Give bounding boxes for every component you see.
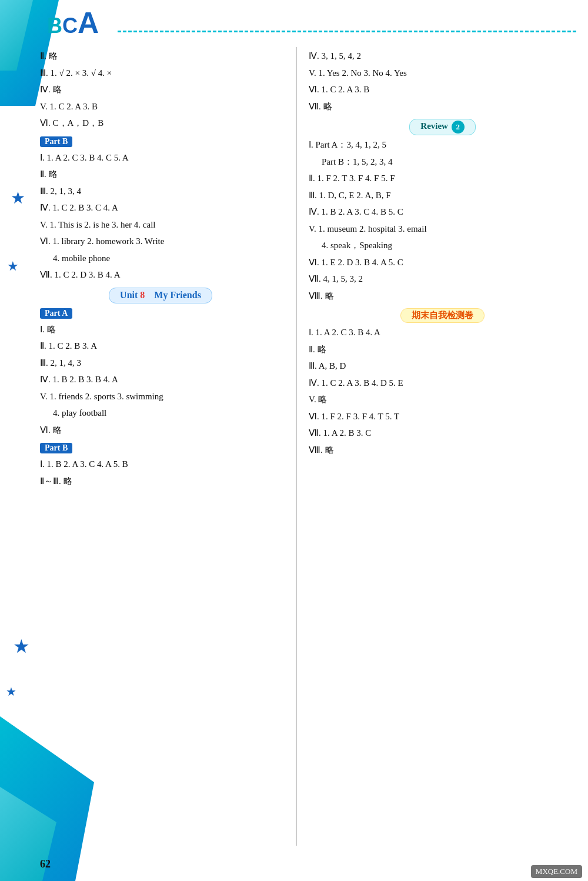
u8-pb-i: Ⅰ. 1. B 2. A 3. C 4. A 5. B [40,457,281,472]
review2-header: Review 2 [309,119,576,135]
q-iv: Ⅳ. 1. C 2. A 3. B 4. D 5. E [309,376,576,391]
unit8-header-text: Unit 8 My Friends [109,288,212,303]
r2-v-2: 4. speak，Speaking [322,238,576,253]
r2-i-1: Ⅰ. Part A：3, 4, 1, 2, 5 [309,138,576,153]
u8-i: Ⅰ. 略 [40,322,281,338]
q-vii: Ⅶ. 1. A 2. B 3. C [309,426,576,441]
u8-partb-header: Part B [40,443,72,453]
logo-a: A [78,6,99,39]
column-divider [296,47,297,846]
q-ii: Ⅱ. 略 [309,342,576,358]
partb-iv: Ⅳ. 1. C 2. B 3. C 4. A [40,201,281,216]
q-v: V. 略 [309,392,576,408]
u8-v: V. 1. friends 2. sports 3. swimming [40,389,281,405]
q-i: Ⅰ. 1. A 2. C 3. B 4. A [309,325,576,341]
right-section-vi: Ⅵ. 1. C 2. A 3. B [309,82,576,98]
right-section-v: V. 1. Yes 2. No 3. No 4. Yes [309,66,576,81]
qimo-header: 期末自我检测卷 [309,308,576,323]
star-icon-3: ★ [13,635,30,658]
left-column: Ⅱ. 略 Ⅲ. 1. √ 2. × 3. √ 4. × Ⅳ. 略 V. 1. C… [40,47,287,846]
logo-b: B [47,14,62,38]
unit8-title: My Friends [145,290,201,300]
star-icon-4: ★ [6,685,16,699]
r2-iii: Ⅲ. 1. D, C, E 2. A, B, F [309,188,576,203]
right-section-iv: Ⅳ. 3, 1, 5, 4, 2 [309,49,576,64]
bca-logo: BCA [47,6,99,40]
r2-ii: Ⅱ. 1. F 2. T 3. F 4. F 5. F [309,171,576,186]
left-section-iv: Ⅳ. 略 [40,82,281,98]
star-icon-1: ★ [11,188,25,208]
u8-pb-ii: Ⅱ～Ⅲ. 略 [40,474,281,489]
r2-vi: Ⅵ. 1. E 2. D 3. B 4. A 5. C [309,255,576,271]
r2-i-2: Part B：1, 5, 2, 3, 4 [322,155,576,170]
partb-vii: Ⅶ. 1. C 2. D 3. B 4. A [40,268,281,283]
u8-iii: Ⅲ. 2, 1, 4, 3 [40,356,281,371]
u8-iv: Ⅳ. 1. B 2. B 3. B 4. A [40,372,281,388]
unit8-header: Unit 8 My Friends [40,288,281,303]
logo-c: C [62,14,78,38]
u8-vi: Ⅵ. 略 [40,423,281,438]
right-column: Ⅳ. 3, 1, 5, 4, 2 V. 1. Yes 2. No 3. No 4… [306,47,576,846]
partb-iii: Ⅲ. 2, 1, 3, 4 [40,184,281,199]
qimo-header-text: 期末自我检测卷 [400,308,485,323]
dashed-line-top [118,31,576,32]
review2-label: Review [420,121,450,131]
r2-viii: Ⅷ. 略 [309,289,576,304]
r2-vii: Ⅶ. 4, 1, 5, 3, 2 [309,272,576,287]
r2-v-1: V. 1. museum 2. hospital 3. email [309,222,576,237]
q-vi: Ⅵ. 1. F 2. F 3. F 4. T 5. T [309,409,576,425]
star-icon-2: ★ [7,259,19,274]
review2-num: 2 [452,121,465,134]
partb-v: V. 1. This is 2. is he 3. her 4. call [40,218,281,233]
u8-v2: 4. play football [53,406,281,421]
partb-vi-1: Ⅵ. 1. library 2. homework 3. Write [40,234,281,249]
page-number: 62 [40,858,51,870]
u8-ii: Ⅱ. 1. C 2. B 3. A [40,339,281,354]
left-section-v: V. 1. C 2. A 3. B [40,99,281,115]
partb-ii: Ⅱ. 略 [40,167,281,182]
partb-i: Ⅰ. 1. A 2. C 3. B 4. C 5. A [40,151,281,166]
left-section-ii: Ⅱ. 略 [40,49,281,64]
partb-header: Part B [40,136,72,147]
r2-iv: Ⅳ. 1. B 2. A 3. C 4. B 5. C [309,205,576,220]
main-content: Ⅱ. 略 Ⅲ. 1. √ 2. × 3. √ 4. × Ⅳ. 略 V. 1. C… [40,47,576,846]
watermark: MXQE.COM [531,865,582,878]
review2-header-text: Review 2 [409,119,475,135]
u8-parta-header: Part A [40,308,72,319]
left-section-vi: Ⅵ. C，A，D，B [40,116,281,131]
right-section-vii: Ⅶ. 略 [309,99,576,115]
q-viii: Ⅷ. 略 [309,443,576,458]
q-iii: Ⅲ. A, B, D [309,359,576,374]
left-section-iii: Ⅲ. 1. √ 2. × 3. √ 4. × [40,66,281,81]
partb-vi-2: 4. mobile phone [53,251,281,266]
unit8-label-unit: Unit [120,290,140,300]
